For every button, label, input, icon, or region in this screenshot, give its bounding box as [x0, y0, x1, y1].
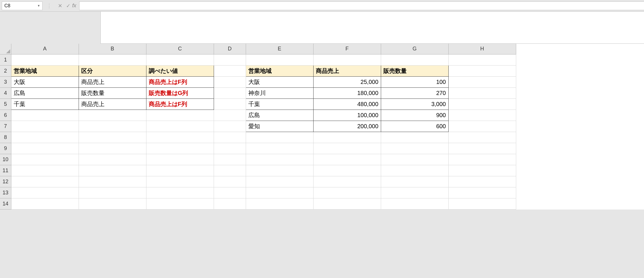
cell-C7[interactable]	[146, 121, 214, 132]
cell-D6[interactable]	[214, 110, 246, 121]
spreadsheet-grid[interactable]: A B C D E F G H 1 2 営業地域 区分 調べたい値	[0, 44, 644, 210]
cell-E1[interactable]	[246, 54, 313, 65]
cell-B1[interactable]	[79, 54, 146, 65]
col-header-F[interactable]: F	[313, 44, 381, 54]
cell-E7[interactable]: 愛知	[246, 121, 313, 132]
cell-B10[interactable]	[79, 154, 146, 165]
cell-C13[interactable]	[146, 187, 214, 198]
cell-B11[interactable]	[79, 165, 146, 176]
cell-H7[interactable]	[448, 121, 516, 132]
cell-B7[interactable]	[79, 121, 146, 132]
cell-H4[interactable]	[448, 87, 516, 98]
cell-B14[interactable]	[79, 198, 146, 209]
cell-F3[interactable]: 25,000	[313, 76, 381, 87]
cell-E6[interactable]: 広島	[246, 110, 313, 121]
cell-E2[interactable]: 営業地域	[246, 65, 313, 76]
cell-A2[interactable]: 営業地域	[11, 65, 79, 76]
cell-B6[interactable]	[79, 110, 146, 121]
cell-C8[interactable]	[146, 132, 214, 143]
col-header-A[interactable]: A	[11, 44, 79, 54]
cell-G1[interactable]	[381, 54, 448, 65]
cell-D11[interactable]	[214, 165, 246, 176]
row-header-8[interactable]: 8	[0, 132, 11, 143]
cell-B3[interactable]: 商品売上	[79, 76, 146, 87]
cell-H6[interactable]	[448, 110, 516, 121]
cell-G14[interactable]	[381, 198, 448, 209]
cell-H3[interactable]	[448, 76, 516, 87]
row-header-13[interactable]: 13	[0, 187, 11, 198]
cell-G6[interactable]: 900	[381, 110, 448, 121]
cell-H9[interactable]	[448, 143, 516, 154]
cell-C5[interactable]: 商品売上はF列	[146, 98, 214, 110]
row-header-6[interactable]: 6	[0, 110, 11, 121]
cell-F13[interactable]	[313, 187, 381, 198]
cell-F1[interactable]	[313, 54, 381, 65]
cell-C4[interactable]: 販売数量はG列	[146, 87, 214, 98]
cell-F11[interactable]	[313, 165, 381, 176]
cell-H10[interactable]	[448, 154, 516, 165]
cell-A9[interactable]	[11, 143, 79, 154]
cell-H1[interactable]	[448, 54, 516, 65]
cell-F2[interactable]: 商品売上	[313, 65, 381, 76]
cell-G12[interactable]	[381, 176, 448, 187]
cell-B9[interactable]	[79, 143, 146, 154]
row-header-12[interactable]: 12	[0, 176, 11, 187]
cell-E5[interactable]: 千葉	[246, 98, 313, 110]
cell-A10[interactable]	[11, 154, 79, 165]
dropdown-icon[interactable]: ▼	[36, 3, 41, 8]
cell-G8[interactable]	[381, 132, 448, 143]
row-header-11[interactable]: 11	[0, 165, 11, 176]
cell-A4[interactable]: 広島	[11, 87, 79, 98]
cell-F6[interactable]: 100,000	[313, 110, 381, 121]
cell-G13[interactable]	[381, 187, 448, 198]
cell-H14[interactable]	[448, 198, 516, 209]
cell-D10[interactable]	[214, 154, 246, 165]
cell-H13[interactable]	[448, 187, 516, 198]
row-header-1[interactable]: 1	[0, 54, 11, 65]
cell-E12[interactable]	[246, 176, 313, 187]
cell-C12[interactable]	[146, 176, 214, 187]
cell-C6[interactable]	[146, 110, 214, 121]
cell-F8[interactable]	[313, 132, 381, 143]
cell-G10[interactable]	[381, 154, 448, 165]
cell-A3[interactable]: 大阪	[11, 76, 79, 87]
cell-B4[interactable]: 販売数量	[79, 87, 146, 98]
cell-E4[interactable]: 神奈川	[246, 87, 313, 98]
row-header-9[interactable]: 9	[0, 143, 11, 154]
cell-D9[interactable]	[214, 143, 246, 154]
cell-A7[interactable]	[11, 121, 79, 132]
cell-A1[interactable]	[11, 54, 79, 65]
cell-C14[interactable]	[146, 198, 214, 209]
select-all-corner[interactable]	[0, 44, 11, 54]
enter-icon[interactable]: ✓	[64, 2, 72, 10]
cell-A14[interactable]	[11, 198, 79, 209]
cell-G4[interactable]: 270	[381, 87, 448, 98]
fx-icon[interactable]: fx	[72, 3, 76, 9]
cell-A6[interactable]	[11, 110, 79, 121]
cell-G2[interactable]: 販売数量	[381, 65, 448, 76]
cancel-icon[interactable]: ✕	[56, 2, 64, 10]
col-header-C[interactable]: C	[146, 44, 214, 54]
cell-C10[interactable]	[146, 154, 214, 165]
cell-G9[interactable]	[381, 143, 448, 154]
cell-H8[interactable]	[448, 132, 516, 143]
cell-F4[interactable]: 180,000	[313, 87, 381, 98]
cell-E8[interactable]	[246, 132, 313, 143]
cell-E11[interactable]	[246, 165, 313, 176]
cell-F9[interactable]	[313, 143, 381, 154]
cell-B5[interactable]: 商品売上	[79, 98, 146, 110]
cell-H12[interactable]	[448, 176, 516, 187]
formula-input[interactable]	[79, 1, 644, 10]
cell-H11[interactable]	[448, 165, 516, 176]
cell-G5[interactable]: 3,000	[381, 98, 448, 110]
cell-E13[interactable]	[246, 187, 313, 198]
cell-A11[interactable]	[11, 165, 79, 176]
cell-D2[interactable]	[214, 65, 246, 76]
col-header-E[interactable]: E	[246, 44, 313, 54]
row-header-2[interactable]: 2	[0, 65, 11, 76]
cell-E14[interactable]	[246, 198, 313, 209]
cell-A12[interactable]	[11, 176, 79, 187]
cell-B8[interactable]	[79, 132, 146, 143]
cell-D7[interactable]	[214, 121, 246, 132]
cell-C1[interactable]	[146, 54, 214, 65]
